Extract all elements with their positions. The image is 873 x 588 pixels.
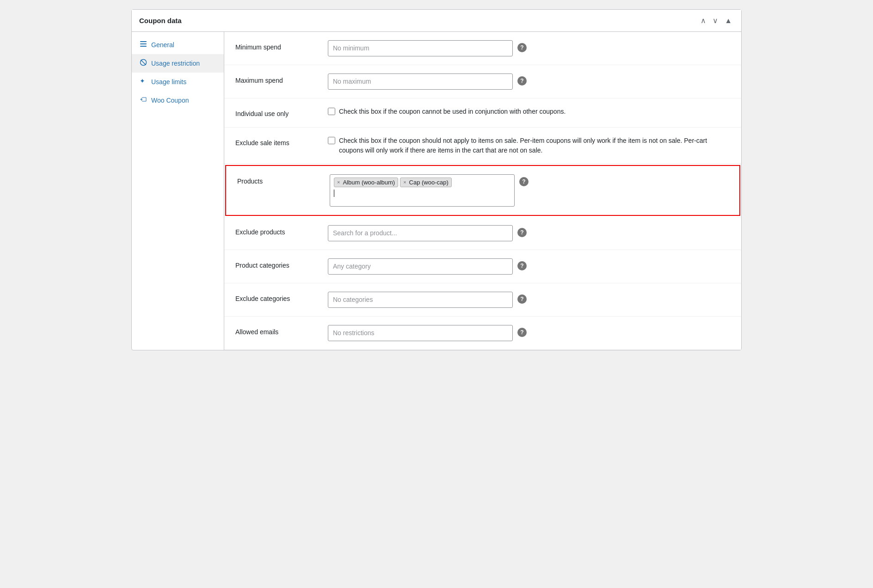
exclude-categories-help-icon[interactable]: ? bbox=[517, 294, 527, 304]
maximum-spend-label: Maximum spend bbox=[235, 74, 319, 86]
minimum-spend-control-wrap: ? bbox=[328, 40, 730, 56]
products-row: Products × Album (woo-album) × Cap (woo-… bbox=[225, 165, 740, 216]
product-tag-album-remove[interactable]: × bbox=[337, 179, 340, 185]
product-tag-album: × Album (woo-album) bbox=[334, 178, 398, 187]
sidebar-item-woo-coupon[interactable]: Woo Coupon bbox=[132, 91, 224, 110]
exclude-products-control-wrap: ? bbox=[328, 225, 730, 241]
usage-restriction-icon bbox=[139, 59, 148, 68]
maximum-spend-input[interactable] bbox=[328, 74, 513, 90]
product-categories-row: Product categories ? bbox=[224, 250, 741, 283]
exclude-products-label: Exclude products bbox=[235, 225, 319, 237]
exclude-products-row: Exclude products ? bbox=[224, 217, 741, 250]
products-input-container[interactable]: × Album (woo-album) × Cap (woo-cap) bbox=[330, 174, 515, 207]
products-help-icon[interactable]: ? bbox=[519, 177, 529, 186]
exclude-categories-input[interactable] bbox=[328, 292, 513, 308]
panel-move-button[interactable]: ▲ bbox=[723, 15, 734, 26]
minimum-spend-input[interactable] bbox=[328, 40, 513, 56]
minimum-spend-help-icon[interactable]: ? bbox=[517, 43, 527, 52]
product-categories-input[interactable] bbox=[328, 258, 513, 275]
svg-text:✦: ✦ bbox=[140, 77, 145, 85]
sidebar-item-usage-restriction-label: Usage restriction bbox=[151, 60, 200, 67]
individual-use-description: Check this box if the coupon cannot be u… bbox=[339, 107, 566, 116]
products-control-wrap: × Album (woo-album) × Cap (woo-cap) ? bbox=[330, 174, 728, 207]
exclude-sale-items-label: Exclude sale items bbox=[235, 136, 319, 148]
product-categories-help-icon[interactable]: ? bbox=[517, 261, 527, 270]
panel-collapse-up-button[interactable]: ∧ bbox=[699, 15, 708, 26]
panel-body: General Usage restriction ✦ Usage limits… bbox=[132, 32, 741, 350]
products-label: Products bbox=[237, 174, 320, 186]
sidebar-item-general[interactable]: General bbox=[132, 36, 224, 54]
exclude-products-input[interactable] bbox=[328, 225, 513, 241]
minimum-spend-row: Minimum spend ? bbox=[224, 32, 741, 65]
exclude-sale-items-control-wrap: Check this box if the coupon should not … bbox=[328, 136, 730, 155]
main-content: Minimum spend ? Maximum spend ? Individu… bbox=[224, 32, 741, 350]
individual-use-control-wrap: Check this box if the coupon cannot be u… bbox=[328, 107, 730, 116]
allowed-emails-label: Allowed emails bbox=[235, 325, 319, 337]
minimum-spend-label: Minimum spend bbox=[235, 40, 319, 52]
sidebar-item-woo-coupon-label: Woo Coupon bbox=[151, 97, 189, 104]
exclude-sale-items-description: Check this box if the coupon should not … bbox=[339, 136, 730, 155]
products-cursor bbox=[334, 190, 334, 197]
individual-use-checkbox-row: Check this box if the coupon cannot be u… bbox=[328, 107, 730, 116]
panel-header: Coupon data ∧ ∨ ▲ bbox=[132, 10, 741, 32]
products-tags: × Album (woo-album) × Cap (woo-cap) bbox=[334, 178, 510, 187]
allowed-emails-control-wrap: ? bbox=[328, 325, 730, 341]
individual-use-label: Individual use only bbox=[235, 107, 319, 119]
panel-collapse-down-button[interactable]: ∨ bbox=[711, 15, 720, 26]
usage-limits-icon: ✦ bbox=[139, 77, 148, 86]
panel-controls: ∧ ∨ ▲ bbox=[699, 15, 734, 26]
sidebar-item-general-label: General bbox=[151, 41, 174, 49]
sidebar-item-usage-limits-label: Usage limits bbox=[151, 78, 186, 86]
product-tag-cap-label: Cap (woo-cap) bbox=[409, 179, 449, 186]
exclude-categories-control-wrap: ? bbox=[328, 292, 730, 308]
svg-line-4 bbox=[141, 60, 146, 65]
exclude-categories-label: Exclude categories bbox=[235, 292, 319, 304]
product-tag-album-label: Album (woo-album) bbox=[343, 179, 395, 186]
general-icon bbox=[139, 40, 148, 49]
allowed-emails-row: Allowed emails ? bbox=[224, 317, 741, 350]
coupon-data-panel: Coupon data ∧ ∨ ▲ General Usage restrict… bbox=[131, 9, 742, 350]
individual-use-row: Individual use only Check this box if th… bbox=[224, 98, 741, 128]
exclude-products-help-icon[interactable]: ? bbox=[517, 228, 527, 237]
svg-rect-2 bbox=[140, 46, 147, 47]
maximum-spend-row: Maximum spend ? bbox=[224, 65, 741, 98]
sidebar-item-usage-limits[interactable]: ✦ Usage limits bbox=[132, 73, 224, 91]
svg-rect-1 bbox=[140, 43, 147, 44]
allowed-emails-help-icon[interactable]: ? bbox=[517, 328, 527, 337]
woo-coupon-icon bbox=[139, 96, 148, 105]
product-categories-control-wrap: ? bbox=[328, 258, 730, 275]
exclude-sale-items-row: Exclude sale items Check this box if the… bbox=[224, 128, 741, 164]
panel-title: Coupon data bbox=[139, 17, 182, 24]
sidebar: General Usage restriction ✦ Usage limits… bbox=[132, 32, 224, 350]
sidebar-item-usage-restriction[interactable]: Usage restriction bbox=[132, 54, 224, 73]
svg-rect-0 bbox=[140, 41, 147, 42]
product-tag-cap: × Cap (woo-cap) bbox=[400, 178, 452, 187]
exclude-sale-items-checkbox[interactable] bbox=[328, 137, 335, 144]
maximum-spend-help-icon[interactable]: ? bbox=[517, 76, 527, 86]
allowed-emails-input[interactable] bbox=[328, 325, 513, 341]
product-tag-cap-remove[interactable]: × bbox=[403, 179, 406, 185]
individual-use-checkbox[interactable] bbox=[328, 108, 335, 115]
exclude-sale-items-checkbox-row: Check this box if the coupon should not … bbox=[328, 136, 730, 155]
maximum-spend-control-wrap: ? bbox=[328, 74, 730, 90]
exclude-categories-row: Exclude categories ? bbox=[224, 283, 741, 317]
product-categories-label: Product categories bbox=[235, 258, 319, 270]
